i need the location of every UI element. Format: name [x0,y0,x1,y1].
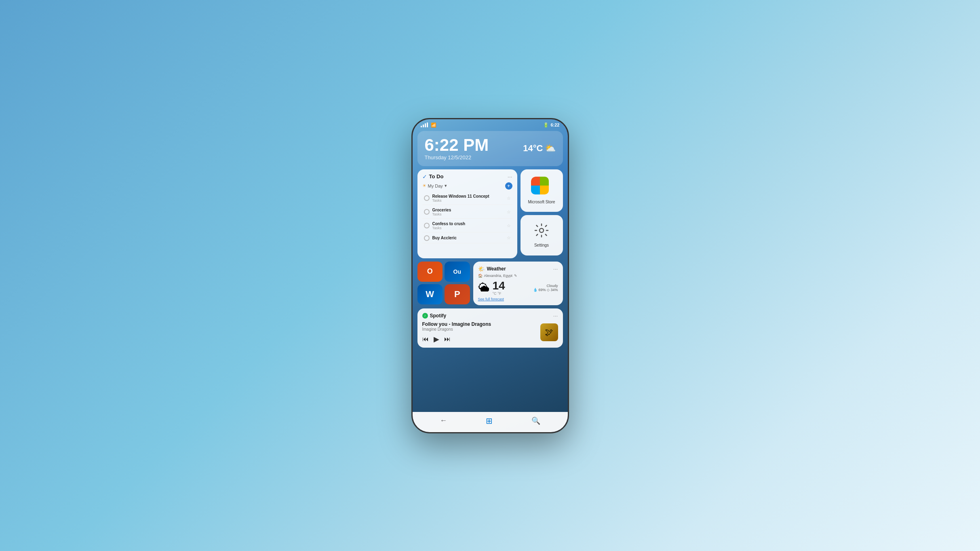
spotify-next-button[interactable]: ⏭ [444,336,451,343]
todo-star-3[interactable]: ☆ [507,223,511,228]
todo-circle-3[interactable] [424,223,430,228]
spotify-album-art: 🕊 [540,323,558,341]
todo-star-1[interactable]: ☆ [507,196,511,201]
todo-item-sub-1: Tasks [432,198,504,203]
office-letter: O [427,267,433,276]
list-item[interactable]: Release Windows 11 Concept Tasks ☆ [422,192,512,205]
ms-q3 [531,186,540,194]
office-icon-tile[interactable]: O [417,262,443,282]
time-display: 6:22 PM [425,137,489,154]
header-weather-icon: ⛅ [545,143,556,154]
cloudy-text: Cloudy [533,284,558,288]
todo-star-2[interactable]: ☆ [507,209,511,215]
spotify-prev-button[interactable]: ⏮ [422,336,429,343]
ms-q4 [540,186,549,194]
spotify-info: Follow you - Imagine Dragons Imagine Dra… [422,321,536,344]
todo-item-name-4: Buy Accleric [432,236,504,240]
microsoft-store-widget[interactable]: Microsoft Store [521,169,563,212]
weather-header-row: 🌤️ Weather ··· [478,266,558,272]
todo-item-name-3: Confess to crush [432,222,504,226]
weather-widget[interactable]: 🌤️ Weather ··· 🏠 Alexandria, Egypt ✎ 🌥 [473,262,563,305]
header-weather: 14°C ⛅ [523,143,555,154]
top-row: ✓ To Do ··· ☀ My Day ▾ + [417,169,563,258]
svg-point-0 [540,228,544,232]
phone-screen: 📶 🔋 6:22 6:22 PM Thursday 12/5/2022 14°C… [413,119,568,432]
todo-item-content-3: Confess to crush Tasks [432,222,504,230]
album-icon: 🕊 [545,328,553,337]
spotify-title-row: ♪ Spotify [422,313,447,319]
header-temp: 14°C [523,143,543,154]
see-full-forecast-link[interactable]: See full forecast [478,297,558,301]
list-item[interactable]: Groceries Tasks ☆ [422,206,512,219]
spotify-content: Follow you - Imagine Dragons Imagine Dra… [422,321,558,344]
todo-items: Release Windows 11 Concept Tasks ☆ Groce… [422,192,512,243]
spotify-widget[interactable]: ♪ Spotify ··· Follow you - Imagine Drago… [417,308,563,348]
todo-widget[interactable]: ✓ To Do ··· ☀ My Day ▾ + [417,169,517,258]
weather-location-row: 🏠 Alexandria, Egypt ✎ [478,274,558,278]
weather-emoji: 🌤️ [478,266,485,272]
back-button[interactable]: ← [440,416,447,425]
weather-edit-icon[interactable]: ✎ [514,274,517,278]
ms-q1 [531,177,540,186]
extra-value: ◇ 34% [547,288,558,292]
humidity-row: 💧 69% ◇ 34% [533,288,558,292]
add-icon: + [507,183,510,189]
temp-main: 14 [493,279,505,292]
nav-bar: ← ⊞ 🔍 [413,412,568,432]
weather-title-row: 🌤️ Weather [478,266,506,272]
settings-icon [534,223,549,241]
ms-q2 [540,177,549,186]
powerpoint-icon-tile[interactable]: P [445,284,470,304]
todo-title-row: ✓ To Do [422,173,444,180]
home-icon: 🏠 [478,274,483,278]
status-bar: 📶 🔋 6:22 [413,119,568,129]
weather-main: 🌥 14 °C °F Cloudy 💧 69% [478,280,558,296]
spotify-icon: ♪ [422,313,428,319]
todo-item-sub-2: Tasks [432,212,504,216]
weather-title: Weather [487,266,506,272]
todo-star-4[interactable]: ☆ [507,235,511,241]
todo-more-button[interactable]: ··· [508,173,512,180]
myday-row[interactable]: ☀ My Day ▾ + [422,182,512,190]
status-right: 🔋 6:22 [543,122,559,128]
search-button[interactable]: 🔍 [531,416,540,425]
myday-label: My Day [428,184,443,188]
todo-item-name-1: Release Windows 11 Concept [432,194,504,198]
todo-circle-4[interactable] [424,235,430,241]
myday-add-button[interactable]: + [505,182,512,190]
todo-item-content-4: Buy Accleric [432,236,504,240]
spotify-artist: Imagine Dragons [422,327,536,331]
time-block: 6:22 PM Thursday 12/5/2022 [425,137,489,160]
ms-grid [531,177,549,194]
temp-unit-c: °C [493,291,497,296]
word-icon-tile[interactable]: W [417,284,443,304]
todo-circle-2[interactable] [424,209,430,215]
temp-main-block: 14 °C °F [493,280,505,296]
widgets-area: ✓ To Do ··· ☀ My Day ▾ + [413,169,568,412]
temp-unit-row: °C °F [493,291,505,296]
todo-check-icon: ✓ [422,173,427,180]
signal-bar-4 [427,122,428,127]
wifi-icon: 📶 [431,122,436,128]
windows-button[interactable]: ⊞ [486,416,493,426]
humidity-value: 💧 69% [533,288,546,292]
list-item[interactable]: Confess to crush Tasks ☆ [422,220,512,232]
signal-bar-3 [425,123,426,127]
outlook-icon-tile[interactable]: Ou [445,262,470,282]
list-item[interactable]: Buy Accleric ☆ [422,233,512,243]
todo-title: To Do [429,173,444,179]
phone-frame: 📶 🔋 6:22 6:22 PM Thursday 12/5/2022 14°C… [411,118,569,433]
todo-circle-1[interactable] [424,195,430,201]
microsoft-store-icon [531,177,552,198]
spotify-more-button[interactable]: ··· [553,312,558,319]
spotify-controls: ⏮ ▶ ⏭ [422,335,536,344]
weather-more-button[interactable]: ··· [553,266,558,272]
signal-bar-2 [423,125,424,127]
spotify-play-button[interactable]: ▶ [434,335,439,344]
settings-widget[interactable]: Settings [521,215,563,255]
spotify-title: Spotify [430,313,447,319]
myday-left: ☀ My Day ▾ [422,183,447,188]
temp-unit-f: °F [497,291,501,296]
middle-row: O Ou W P 🌤️ [417,262,563,305]
todo-item-content-1: Release Windows 11 Concept Tasks [432,194,504,203]
